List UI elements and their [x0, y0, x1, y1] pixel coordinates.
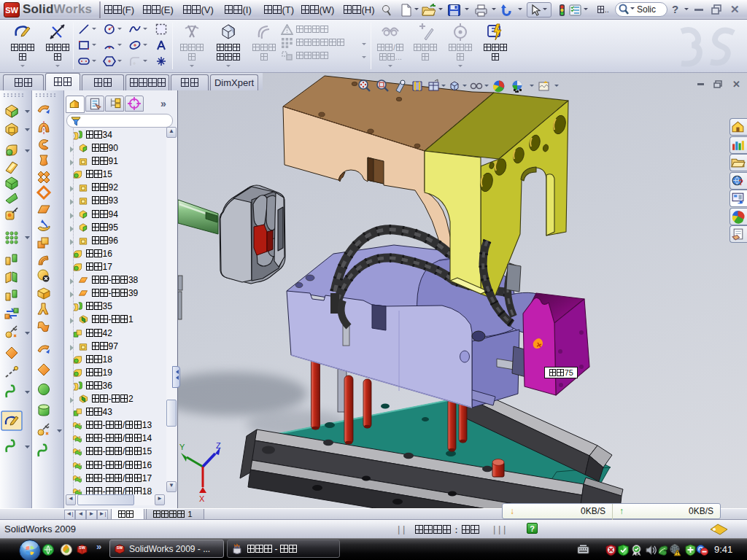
- svg-text:Y: Y: [179, 443, 185, 451]
- svg-text:?: ?: [739, 177, 743, 186]
- svg-text:X: X: [199, 494, 205, 503]
- svg-text:SW: SW: [79, 545, 86, 550]
- svg-text:SW: SW: [117, 545, 123, 550]
- svg-text:Z: Z: [216, 441, 221, 450]
